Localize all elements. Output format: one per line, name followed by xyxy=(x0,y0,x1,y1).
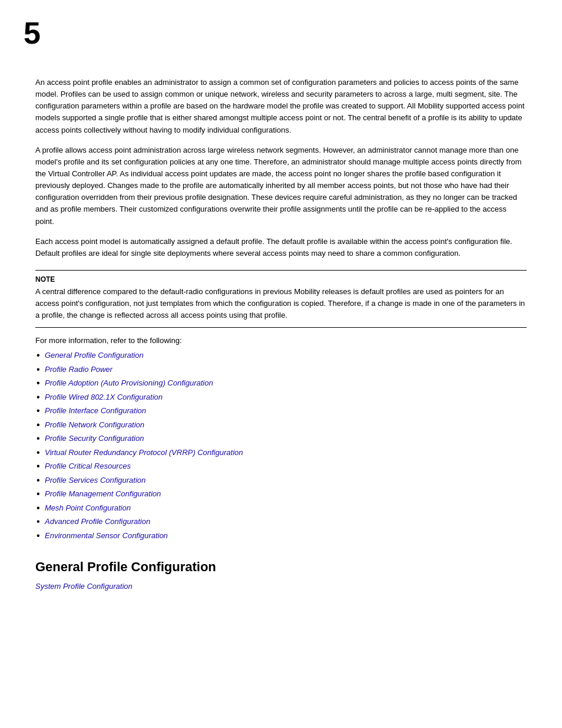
link-vrrp[interactable]: Virtual Router Redundancy Protocol (VRRP… xyxy=(45,447,243,459)
list-item: Profile Critical Resources xyxy=(35,460,527,472)
list-item: Mesh Point Configuration xyxy=(35,502,527,514)
link-wired-8021x[interactable]: Profile Wired 802.1X Configuration xyxy=(45,391,163,403)
paragraph-2: A profile allows access point administra… xyxy=(35,144,527,228)
link-list: General Profile Configuration Profile Ra… xyxy=(35,350,527,541)
page-container: 5 An access point profile enables an adm… xyxy=(0,0,562,728)
note-label: NOTE xyxy=(35,275,527,284)
link-adoption[interactable]: Profile Adoption (Auto Provisioning) Con… xyxy=(45,377,213,389)
refer-intro: For more information, refer to the follo… xyxy=(35,336,527,345)
list-item: Profile Interface Configuration xyxy=(35,405,527,417)
link-critical-resources[interactable]: Profile Critical Resources xyxy=(45,460,131,472)
content-area: An access point profile enables an admin… xyxy=(35,77,527,591)
chapter-number: 5 xyxy=(24,18,41,48)
list-item: Environmental Sensor Configuration xyxy=(35,530,527,542)
list-item: Profile Network Configuration xyxy=(35,419,527,431)
note-text: A central difference compared to the def… xyxy=(35,286,527,321)
list-item: Profile Wired 802.1X Configuration xyxy=(35,391,527,403)
paragraph-3: Each access point model is automatically… xyxy=(35,236,527,259)
list-item: Profile Security Configuration xyxy=(35,433,527,444)
list-item: General Profile Configuration xyxy=(35,350,527,361)
system-profile-link[interactable]: System Profile Configuration xyxy=(35,582,133,591)
list-item: Profile Services Configuration xyxy=(35,475,527,486)
paragraph-1: An access point profile enables an admin… xyxy=(35,77,527,136)
list-item: Advanced Profile Configuration xyxy=(35,516,527,528)
section-heading: General Profile Configuration xyxy=(35,559,527,576)
link-management[interactable]: Profile Management Configuration xyxy=(45,488,161,500)
note-box: NOTE A central difference compared to th… xyxy=(35,270,527,328)
list-item: Profile Radio Power xyxy=(35,364,527,375)
link-security[interactable]: Profile Security Configuration xyxy=(45,433,144,444)
link-mesh-point[interactable]: Mesh Point Configuration xyxy=(45,502,131,514)
link-environmental-sensor[interactable]: Environmental Sensor Configuration xyxy=(45,530,168,542)
list-item: Profile Management Configuration xyxy=(35,488,527,500)
link-network[interactable]: Profile Network Configuration xyxy=(45,419,144,431)
list-item: Virtual Router Redundancy Protocol (VRRP… xyxy=(35,447,527,459)
link-advanced-profile[interactable]: Advanced Profile Configuration xyxy=(45,516,150,528)
link-radio-power[interactable]: Profile Radio Power xyxy=(45,364,113,375)
link-interface[interactable]: Profile Interface Configuration xyxy=(45,405,146,417)
list-item: Profile Adoption (Auto Provisioning) Con… xyxy=(35,377,527,389)
link-services[interactable]: Profile Services Configuration xyxy=(45,475,146,486)
link-general-profile[interactable]: General Profile Configuration xyxy=(45,350,144,361)
